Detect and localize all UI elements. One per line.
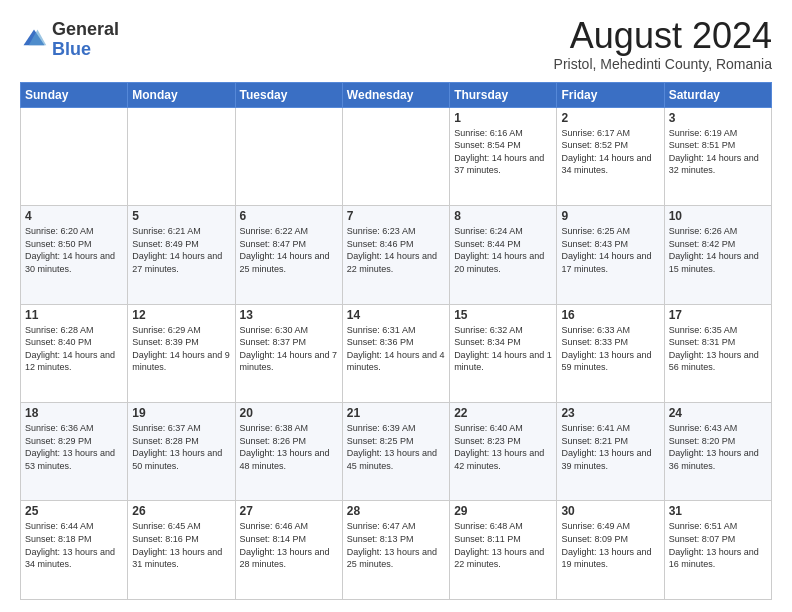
col-thursday: Thursday — [450, 82, 557, 107]
day-number-16: 16 — [561, 308, 659, 322]
day-info-28: Sunrise: 6:47 AM Sunset: 8:13 PM Dayligh… — [347, 520, 445, 570]
logo-general-text: General — [52, 19, 119, 39]
day-info-15: Sunrise: 6:32 AM Sunset: 8:34 PM Dayligh… — [454, 324, 552, 374]
day-number-18: 18 — [25, 406, 123, 420]
day-info-11: Sunrise: 6:28 AM Sunset: 8:40 PM Dayligh… — [25, 324, 123, 374]
day-info-23: Sunrise: 6:41 AM Sunset: 8:21 PM Dayligh… — [561, 422, 659, 472]
day-number-24: 24 — [669, 406, 767, 420]
day-number-30: 30 — [561, 504, 659, 518]
day-cell-3-1: 19Sunrise: 6:37 AM Sunset: 8:28 PM Dayli… — [128, 403, 235, 501]
day-cell-2-4: 15Sunrise: 6:32 AM Sunset: 8:34 PM Dayli… — [450, 304, 557, 402]
day-number-6: 6 — [240, 209, 338, 223]
col-tuesday: Tuesday — [235, 82, 342, 107]
day-cell-4-5: 30Sunrise: 6:49 AM Sunset: 8:09 PM Dayli… — [557, 501, 664, 600]
day-info-31: Sunrise: 6:51 AM Sunset: 8:07 PM Dayligh… — [669, 520, 767, 570]
day-cell-3-3: 21Sunrise: 6:39 AM Sunset: 8:25 PM Dayli… — [342, 403, 449, 501]
logo-icon — [20, 26, 48, 54]
day-cell-1-4: 8Sunrise: 6:24 AM Sunset: 8:44 PM Daylig… — [450, 206, 557, 304]
month-title: August 2024 — [554, 16, 772, 56]
header-row: Sunday Monday Tuesday Wednesday Thursday… — [21, 82, 772, 107]
location-subtitle: Pristol, Mehedinti County, Romania — [554, 56, 772, 72]
day-cell-3-0: 18Sunrise: 6:36 AM Sunset: 8:29 PM Dayli… — [21, 403, 128, 501]
calendar-body: 1Sunrise: 6:16 AM Sunset: 8:54 PM Daylig… — [21, 107, 772, 599]
calendar-table: Sunday Monday Tuesday Wednesday Thursday… — [20, 82, 772, 600]
day-number-25: 25 — [25, 504, 123, 518]
day-number-5: 5 — [132, 209, 230, 223]
day-info-22: Sunrise: 6:40 AM Sunset: 8:23 PM Dayligh… — [454, 422, 552, 472]
day-cell-0-1 — [128, 107, 235, 205]
day-info-10: Sunrise: 6:26 AM Sunset: 8:42 PM Dayligh… — [669, 225, 767, 275]
header: General Blue August 2024 Pristol, Mehedi… — [20, 16, 772, 72]
day-cell-1-2: 6Sunrise: 6:22 AM Sunset: 8:47 PM Daylig… — [235, 206, 342, 304]
day-info-27: Sunrise: 6:46 AM Sunset: 8:14 PM Dayligh… — [240, 520, 338, 570]
week-row-4: 25Sunrise: 6:44 AM Sunset: 8:18 PM Dayli… — [21, 501, 772, 600]
day-cell-4-6: 31Sunrise: 6:51 AM Sunset: 8:07 PM Dayli… — [664, 501, 771, 600]
day-info-18: Sunrise: 6:36 AM Sunset: 8:29 PM Dayligh… — [25, 422, 123, 472]
day-info-14: Sunrise: 6:31 AM Sunset: 8:36 PM Dayligh… — [347, 324, 445, 374]
day-cell-1-3: 7Sunrise: 6:23 AM Sunset: 8:46 PM Daylig… — [342, 206, 449, 304]
day-info-2: Sunrise: 6:17 AM Sunset: 8:52 PM Dayligh… — [561, 127, 659, 177]
day-info-17: Sunrise: 6:35 AM Sunset: 8:31 PM Dayligh… — [669, 324, 767, 374]
day-cell-2-1: 12Sunrise: 6:29 AM Sunset: 8:39 PM Dayli… — [128, 304, 235, 402]
day-cell-4-3: 28Sunrise: 6:47 AM Sunset: 8:13 PM Dayli… — [342, 501, 449, 600]
col-saturday: Saturday — [664, 82, 771, 107]
day-number-21: 21 — [347, 406, 445, 420]
day-info-12: Sunrise: 6:29 AM Sunset: 8:39 PM Dayligh… — [132, 324, 230, 374]
col-sunday: Sunday — [21, 82, 128, 107]
day-number-10: 10 — [669, 209, 767, 223]
week-row-3: 18Sunrise: 6:36 AM Sunset: 8:29 PM Dayli… — [21, 403, 772, 501]
day-number-19: 19 — [132, 406, 230, 420]
day-info-8: Sunrise: 6:24 AM Sunset: 8:44 PM Dayligh… — [454, 225, 552, 275]
col-wednesday: Wednesday — [342, 82, 449, 107]
day-cell-0-3 — [342, 107, 449, 205]
col-friday: Friday — [557, 82, 664, 107]
day-cell-3-2: 20Sunrise: 6:38 AM Sunset: 8:26 PM Dayli… — [235, 403, 342, 501]
day-cell-0-5: 2Sunrise: 6:17 AM Sunset: 8:52 PM Daylig… — [557, 107, 664, 205]
day-number-23: 23 — [561, 406, 659, 420]
week-row-2: 11Sunrise: 6:28 AM Sunset: 8:40 PM Dayli… — [21, 304, 772, 402]
day-cell-2-3: 14Sunrise: 6:31 AM Sunset: 8:36 PM Dayli… — [342, 304, 449, 402]
col-monday: Monday — [128, 82, 235, 107]
day-number-27: 27 — [240, 504, 338, 518]
day-info-16: Sunrise: 6:33 AM Sunset: 8:33 PM Dayligh… — [561, 324, 659, 374]
title-block: August 2024 Pristol, Mehedinti County, R… — [554, 16, 772, 72]
day-cell-0-2 — [235, 107, 342, 205]
day-info-3: Sunrise: 6:19 AM Sunset: 8:51 PM Dayligh… — [669, 127, 767, 177]
day-number-28: 28 — [347, 504, 445, 518]
day-number-20: 20 — [240, 406, 338, 420]
day-cell-4-4: 29Sunrise: 6:48 AM Sunset: 8:11 PM Dayli… — [450, 501, 557, 600]
day-cell-2-6: 17Sunrise: 6:35 AM Sunset: 8:31 PM Dayli… — [664, 304, 771, 402]
day-cell-0-4: 1Sunrise: 6:16 AM Sunset: 8:54 PM Daylig… — [450, 107, 557, 205]
day-info-20: Sunrise: 6:38 AM Sunset: 8:26 PM Dayligh… — [240, 422, 338, 472]
day-number-29: 29 — [454, 504, 552, 518]
day-number-9: 9 — [561, 209, 659, 223]
day-cell-0-6: 3Sunrise: 6:19 AM Sunset: 8:51 PM Daylig… — [664, 107, 771, 205]
week-row-1: 4Sunrise: 6:20 AM Sunset: 8:50 PM Daylig… — [21, 206, 772, 304]
day-cell-2-2: 13Sunrise: 6:30 AM Sunset: 8:37 PM Dayli… — [235, 304, 342, 402]
day-info-4: Sunrise: 6:20 AM Sunset: 8:50 PM Dayligh… — [25, 225, 123, 275]
day-info-24: Sunrise: 6:43 AM Sunset: 8:20 PM Dayligh… — [669, 422, 767, 472]
day-cell-1-6: 10Sunrise: 6:26 AM Sunset: 8:42 PM Dayli… — [664, 206, 771, 304]
day-number-26: 26 — [132, 504, 230, 518]
day-cell-4-2: 27Sunrise: 6:46 AM Sunset: 8:14 PM Dayli… — [235, 501, 342, 600]
day-number-17: 17 — [669, 308, 767, 322]
day-info-26: Sunrise: 6:45 AM Sunset: 8:16 PM Dayligh… — [132, 520, 230, 570]
day-info-25: Sunrise: 6:44 AM Sunset: 8:18 PM Dayligh… — [25, 520, 123, 570]
day-cell-2-0: 11Sunrise: 6:28 AM Sunset: 8:40 PM Dayli… — [21, 304, 128, 402]
day-info-21: Sunrise: 6:39 AM Sunset: 8:25 PM Dayligh… — [347, 422, 445, 472]
day-info-1: Sunrise: 6:16 AM Sunset: 8:54 PM Dayligh… — [454, 127, 552, 177]
logo-blue-text: Blue — [52, 39, 91, 59]
page: General Blue August 2024 Pristol, Mehedi… — [0, 0, 792, 612]
day-cell-2-5: 16Sunrise: 6:33 AM Sunset: 8:33 PM Dayli… — [557, 304, 664, 402]
day-info-30: Sunrise: 6:49 AM Sunset: 8:09 PM Dayligh… — [561, 520, 659, 570]
logo: General Blue — [20, 20, 119, 60]
day-number-12: 12 — [132, 308, 230, 322]
day-number-11: 11 — [25, 308, 123, 322]
day-cell-3-5: 23Sunrise: 6:41 AM Sunset: 8:21 PM Dayli… — [557, 403, 664, 501]
day-cell-1-0: 4Sunrise: 6:20 AM Sunset: 8:50 PM Daylig… — [21, 206, 128, 304]
day-number-1: 1 — [454, 111, 552, 125]
day-cell-4-0: 25Sunrise: 6:44 AM Sunset: 8:18 PM Dayli… — [21, 501, 128, 600]
day-number-7: 7 — [347, 209, 445, 223]
day-number-15: 15 — [454, 308, 552, 322]
day-info-7: Sunrise: 6:23 AM Sunset: 8:46 PM Dayligh… — [347, 225, 445, 275]
